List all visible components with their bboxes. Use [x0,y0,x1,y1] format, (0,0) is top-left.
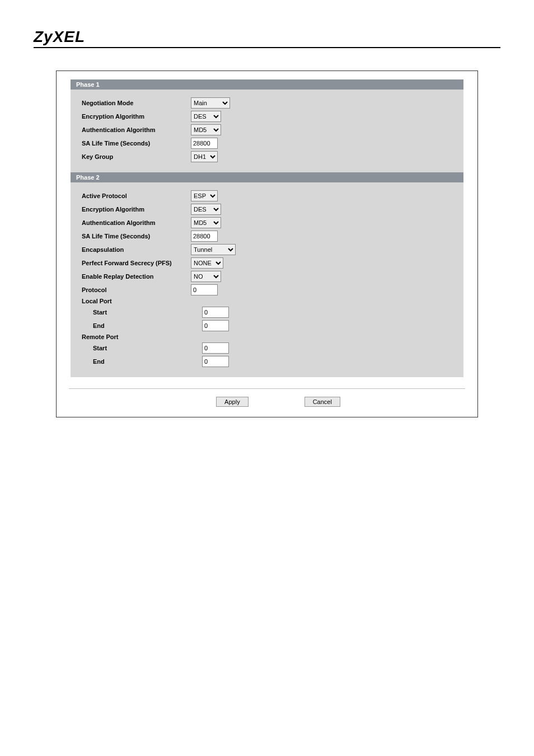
p2-salife-label: SA Life Time (Seconds) [82,233,191,240]
p2-auth-select[interactable]: MD5 [191,217,221,228]
config-panel: Phase 1 Negotiation Mode Main Encryption… [56,71,478,417]
local-start-label: Start [82,309,202,316]
active-protocol-select[interactable]: ESP [191,190,218,201]
p2-auth-label: Authentication Algorithm [82,219,191,226]
p1-encryption-label: Encryption Algorithm [82,113,191,120]
p1-salife-input[interactable] [191,138,218,149]
encapsulation-label: Encapsulation [82,246,191,253]
local-start-input[interactable] [202,307,229,318]
apply-button[interactable]: Apply [216,397,249,407]
p1-salife-label: SA Life Time (Seconds) [82,140,191,147]
p1-auth-label: Authentication Algorithm [82,126,191,133]
phase1-header: Phase 1 [71,79,463,90]
local-end-input[interactable] [202,320,229,331]
p1-encryption-select[interactable]: DES [191,111,221,122]
phase1-body: Negotiation Mode Main Encryption Algorit… [71,90,463,172]
p2-encryption-label: Encryption Algorithm [82,206,191,213]
phase2-body: Active Protocol ESP Encryption Algorithm… [71,182,463,377]
p1-auth-select[interactable]: MD5 [191,124,221,135]
replay-label: Enable Replay Detection [82,273,191,280]
encapsulation-select[interactable]: Tunnel [191,244,236,255]
key-group-select[interactable]: DH1 [191,151,218,162]
remote-start-label: Start [82,345,202,351]
phase2-header: Phase 2 [71,172,463,182]
p2-salife-input[interactable] [191,231,218,242]
local-port-label: Local Port [82,298,191,304]
protocol-input[interactable] [191,284,218,295]
pfs-select[interactable]: NONE [191,257,223,269]
pfs-label: Perfect Forward Secrecy (PFS) [82,260,191,266]
negotiation-mode-label: Negotiation Mode [82,100,191,106]
key-group-label: Key Group [82,153,191,160]
negotiation-mode-select[interactable]: Main [191,97,230,109]
active-protocol-label: Active Protocol [82,192,191,199]
replay-select[interactable]: NO [191,271,221,282]
remote-end-label: End [82,358,202,365]
cancel-button[interactable]: Cancel [305,397,340,407]
remote-end-input[interactable] [202,356,229,367]
remote-port-label: Remote Port [82,334,191,340]
remote-start-input[interactable] [202,342,229,354]
local-end-label: End [82,322,202,329]
p2-encryption-select[interactable]: DES [191,204,221,215]
brand-logo: ZyXEL [34,28,500,48]
protocol-label: Protocol [82,287,191,293]
